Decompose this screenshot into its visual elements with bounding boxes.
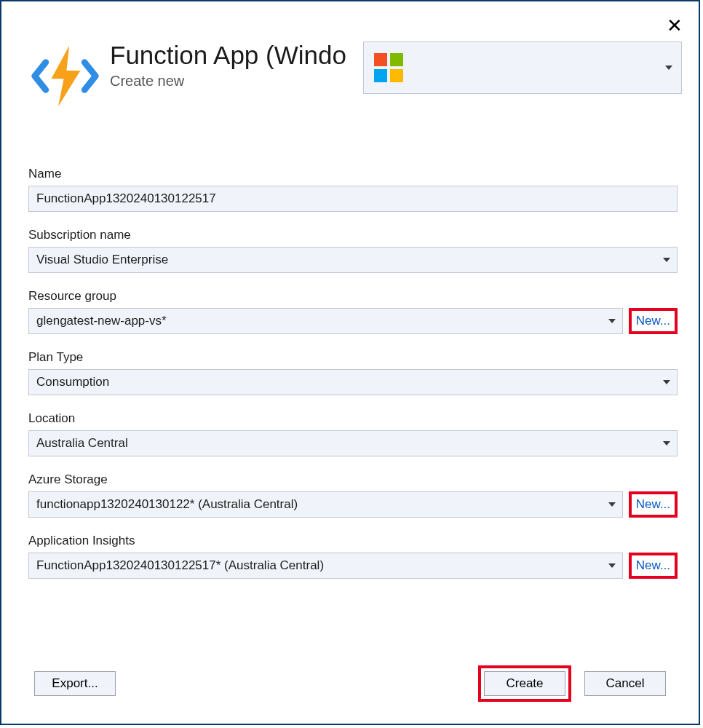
highlight-app-insights-new: New... [629,553,678,579]
highlight-create: Create [478,665,571,702]
cancel-button[interactable]: Cancel [584,671,666,696]
resource-group-new-link[interactable]: New... [636,314,670,328]
label-plan-type: Plan Type [28,350,678,365]
svg-rect-4 [390,69,403,82]
svg-marker-0 [52,46,81,107]
create-button[interactable]: Create [484,671,565,696]
label-subscription: Subscription name [28,228,678,242]
account-selector[interactable] [363,41,682,94]
resource-group-select[interactable]: glengatest-new-app-vs* [28,308,623,334]
svg-rect-2 [390,53,403,66]
export-button[interactable]: Export... [34,671,116,696]
subscription-value: Visual Studio Enterprise [36,253,168,267]
button-bar: Export... Create Cancel [34,665,666,702]
storage-value: functionapp1320240130122* (Australia Cen… [36,497,298,512]
close-icon[interactable]: ✕ [667,16,683,35]
app-insights-value: FunctionApp1320240130122517* (Australia … [36,558,324,573]
label-location: Location [28,411,678,426]
dialog-subtitle: Create new [110,73,346,90]
plan-type-select[interactable]: Consumption [28,369,678,395]
azure-functions-icon [31,41,100,111]
chevron-down-icon [665,66,672,70]
resource-group-value: glengatest-new-app-vs* [36,314,167,328]
storage-select[interactable]: functionapp1320240130122* (Australia Cen… [28,491,623,518]
storage-new-link[interactable]: New... [636,497,670,511]
app-insights-select[interactable]: FunctionApp1320240130122517* (Australia … [28,553,623,579]
label-resource-group: Resource group [28,289,678,304]
svg-rect-3 [374,69,387,82]
dialog-title: Function App (Windo [110,41,346,70]
label-name: Name [28,167,678,181]
location-value: Australia Central [36,436,128,451]
form: Name Subscription name Visual Studio Ent… [28,167,678,595]
svg-rect-1 [374,53,387,66]
app-insights-new-link[interactable]: New... [636,558,670,572]
highlight-resource-group-new: New... [629,308,678,334]
plan-type-value: Consumption [36,375,109,389]
name-input[interactable] [28,186,678,212]
dialog-header: Function App (Windo Create new [31,41,346,111]
dialog-function-app-create: ✕ Function App (Windo Create new Name [0,0,700,725]
subscription-select[interactable]: Visual Studio Enterprise [28,247,678,273]
highlight-storage-new: New... [629,491,678,518]
location-select[interactable]: Australia Central [28,430,678,456]
label-app-insights: Application Insights [28,534,678,548]
microsoft-logo-icon [373,52,405,84]
label-storage: Azure Storage [28,472,678,487]
